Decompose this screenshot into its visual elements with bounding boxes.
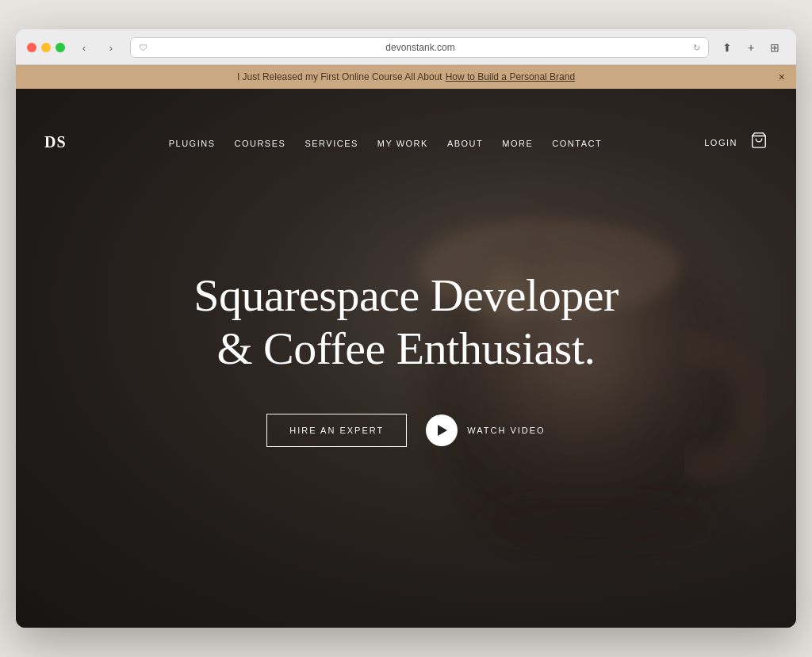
- announcement-close-button[interactable]: ×: [779, 71, 785, 83]
- watch-video-button[interactable]: WATCH VIDEO: [426, 414, 545, 446]
- browser-back-button[interactable]: ‹: [73, 39, 95, 56]
- tab-overview-button[interactable]: ⊞: [764, 39, 785, 56]
- browser-action-buttons: ⬆ + ⊞: [717, 39, 785, 56]
- play-icon: [438, 425, 447, 436]
- hero-section: DS PLUGINS COURSES SERVICES: [16, 89, 796, 628]
- nav-item-contact[interactable]: CONTACT: [552, 136, 602, 150]
- refresh-icon: ↻: [693, 43, 700, 53]
- watch-video-label: WATCH VIDEO: [467, 426, 545, 435]
- site-logo[interactable]: DS: [44, 133, 67, 151]
- browser-window: ‹ › 🛡 devonstank.com ↻ ⬆ + ⊞ I Just Rele…: [16, 29, 796, 628]
- forward-icon: ›: [109, 42, 113, 54]
- back-icon: ‹: [82, 42, 86, 54]
- hero-title-line2: & Coffee Enthusiast.: [216, 323, 595, 374]
- nav-link-plugins[interactable]: PLUGINS: [169, 139, 216, 148]
- nav-link-courses[interactable]: COURSES: [234, 139, 285, 148]
- nav-links: PLUGINS COURSES SERVICES: [169, 136, 602, 150]
- nav-link-services[interactable]: SERVICES: [304, 139, 358, 148]
- hire-expert-button[interactable]: HIRE AN EXPERT: [266, 414, 407, 447]
- announcement-text: I Just Released my First Online Course A…: [237, 71, 442, 82]
- nav-item-about[interactable]: ABOUT: [447, 136, 483, 150]
- login-link[interactable]: LOGIN: [704, 138, 737, 147]
- minimize-traffic-light[interactable]: [41, 43, 51, 52]
- nav-link-about[interactable]: ABOUT: [447, 139, 483, 148]
- nav-link-contact[interactable]: CONTACT: [552, 139, 602, 148]
- hero-content: Squarespace Developer & Coffee Enthusias…: [16, 89, 796, 628]
- nav-item-services[interactable]: SERVICES: [304, 136, 358, 150]
- nav-item-my-work[interactable]: MY WORK: [377, 136, 428, 150]
- traffic-lights: [27, 43, 65, 52]
- nav-item-courses[interactable]: COURSES: [234, 136, 285, 150]
- website-content: I Just Released my First Online Course A…: [16, 65, 796, 628]
- hero-title: Squarespace Developer & Coffee Enthusias…: [193, 269, 618, 375]
- nav-item-plugins[interactable]: PLUGINS: [169, 136, 216, 150]
- cart-icon[interactable]: [750, 132, 768, 153]
- url-bar[interactable]: 🛡 devonstank.com ↻: [130, 37, 709, 58]
- security-icon: 🛡: [139, 43, 147, 52]
- play-button-circle: [426, 414, 458, 446]
- hero-title-line1: Squarespace Developer: [193, 269, 618, 321]
- share-button[interactable]: ⬆: [717, 39, 737, 56]
- browser-navigation-controls: ‹ ›: [73, 39, 122, 56]
- nav-item-more[interactable]: MORE: [502, 136, 533, 150]
- fullscreen-traffic-light[interactable]: [56, 43, 65, 52]
- nav-link-my-work[interactable]: MY WORK: [377, 139, 428, 148]
- announcement-link[interactable]: How to Build a Personal Brand: [446, 71, 575, 82]
- add-tab-button[interactable]: +: [741, 39, 761, 56]
- close-traffic-light[interactable]: [27, 43, 36, 52]
- browser-forward-button[interactable]: ›: [100, 39, 122, 56]
- announcement-bar: I Just Released my First Online Course A…: [16, 65, 796, 89]
- nav-right-actions: LOGIN: [704, 132, 768, 153]
- browser-chrome: ‹ › 🛡 devonstank.com ↻ ⬆ + ⊞: [16, 29, 796, 65]
- url-text: devonstank.com: [152, 42, 688, 53]
- close-icon: ×: [779, 71, 785, 83]
- nav-link-more[interactable]: MORE: [502, 139, 533, 148]
- hero-buttons: HIRE AN EXPERT WATCH VIDEO: [266, 414, 545, 447]
- navbar: DS PLUGINS COURSES SERVICES: [16, 117, 796, 167]
